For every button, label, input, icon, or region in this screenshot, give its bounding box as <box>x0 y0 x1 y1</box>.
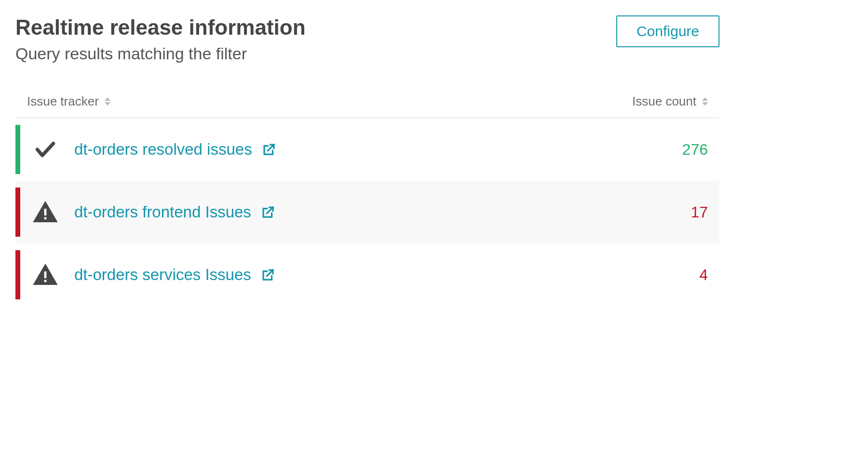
table-row[interactable]: dt-orders services Issues 4 <box>15 243 719 306</box>
issue-count: 4 <box>650 266 708 284</box>
status-icon <box>29 199 62 226</box>
release-info-panel: Realtime release information Query resul… <box>15 15 719 306</box>
status-bar-ok <box>15 125 20 174</box>
status-icon <box>29 137 62 161</box>
external-link-icon[interactable] <box>261 268 275 282</box>
col-header-label: Issue tracker <box>27 94 99 109</box>
issue-count: 17 <box>650 203 708 221</box>
col-header-issue-count[interactable]: Issue count <box>632 94 708 109</box>
page-subtitle: Query results matching the filter <box>15 44 306 63</box>
status-icon <box>29 261 62 288</box>
warning-triangle-icon <box>32 199 59 226</box>
issue-tracker-link[interactable]: dt-orders services Issues <box>74 266 251 284</box>
svg-rect-2 <box>44 271 47 278</box>
table-row[interactable]: dt-orders frontend Issues 17 <box>15 181 719 243</box>
warning-triangle-icon <box>32 261 59 288</box>
status-bar-error <box>15 250 20 299</box>
issue-tracker-cell: dt-orders resolved issues <box>74 140 650 159</box>
issue-tracker-table: Issue tracker Issue count dt-orders reso… <box>15 94 719 306</box>
col-header-label: Issue count <box>632 94 696 109</box>
status-bar-error <box>15 188 20 237</box>
checkmark-icon <box>33 137 57 161</box>
table-row[interactable]: dt-orders resolved issues 276 <box>15 118 719 181</box>
issue-count: 276 <box>650 141 708 159</box>
svg-rect-3 <box>44 280 47 283</box>
table-header: Issue tracker Issue count <box>15 94 719 118</box>
external-link-icon[interactable] <box>261 205 275 219</box>
issue-tracker-cell: dt-orders services Issues <box>74 266 650 284</box>
external-link-icon[interactable] <box>262 142 276 157</box>
col-header-issue-tracker[interactable]: Issue tracker <box>27 94 110 109</box>
svg-rect-1 <box>44 217 47 220</box>
configure-button[interactable]: Configure <box>616 15 719 47</box>
sort-icon <box>105 97 110 106</box>
svg-rect-0 <box>44 209 47 215</box>
page-title: Realtime release information <box>15 15 306 40</box>
panel-header: Realtime release information Query resul… <box>15 15 719 63</box>
titles: Realtime release information Query resul… <box>15 15 306 63</box>
issue-tracker-link[interactable]: dt-orders resolved issues <box>74 140 252 159</box>
sort-icon <box>702 97 708 106</box>
issue-tracker-link[interactable]: dt-orders frontend Issues <box>74 203 251 221</box>
issue-tracker-cell: dt-orders frontend Issues <box>74 203 650 221</box>
